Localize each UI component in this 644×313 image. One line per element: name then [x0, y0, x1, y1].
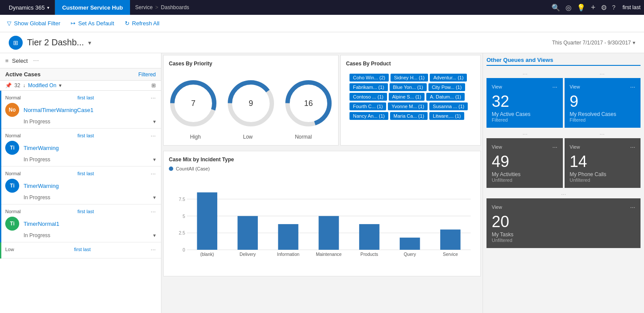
product-tag[interactable]: Fabrikam... (1): [349, 83, 388, 91]
case-name[interactable]: TimerWarning: [24, 145, 59, 151]
dynamics365-nav[interactable]: Dynamics 365 ▾: [3, 0, 55, 15]
queue-view-link[interactable]: View: [492, 84, 502, 89]
case-item[interactable]: Normal first last ··· Ti TimerWarning In…: [0, 167, 161, 204]
bar[interactable]: [278, 224, 298, 250]
dots-2: ···: [599, 70, 605, 77]
case-status: In Progress: [24, 194, 50, 201]
product-tag[interactable]: City Pow... (1): [428, 83, 465, 91]
case-item[interactable]: Low first last ···: [0, 242, 161, 259]
dashboard-title-area: ⊞ Tier 2 Dashb... ▾: [9, 36, 91, 50]
quarter-chevron: ▾: [633, 40, 635, 46]
product-tag[interactable]: Susanna ... (1): [429, 102, 468, 110]
case-item[interactable]: Normal first last ··· Ti TimerWarning In…: [0, 129, 161, 167]
panel-toolbar: ≡ Select ···: [0, 53, 161, 68]
app-name[interactable]: Customer Service Hub: [55, 0, 130, 15]
case-name[interactable]: TimerNormal1: [24, 221, 59, 227]
bar[interactable]: [440, 229, 460, 249]
product-tag[interactable]: Nancy An... (1): [349, 112, 388, 120]
case-more-icon[interactable]: ···: [151, 170, 156, 177]
svg-text:5: 5: [182, 214, 185, 219]
question-icon[interactable]: ?: [612, 4, 616, 11]
quarter-selector[interactable]: This Quarter 7/1/2017 - 9/30/2017 ▾: [552, 40, 635, 46]
case-priority: Normal: [5, 171, 21, 176]
queue-label: My Resolved Cases: [570, 111, 617, 117]
queue-more-icon[interactable]: ···: [630, 143, 635, 150]
product-tag[interactable]: Maria Ca... (1): [390, 112, 428, 120]
queues-title: Other Queues and Views: [486, 57, 641, 66]
avatar: Ti: [5, 179, 19, 193]
favorites-icon[interactable]: ◎: [565, 3, 572, 12]
case-more-icon[interactable]: ···: [151, 208, 156, 215]
case-item[interactable]: Normal first last ··· No NormalTimerWarn…: [0, 91, 161, 129]
queue-card[interactable]: View ··· 20 My Tasks Unfiltered: [486, 198, 641, 248]
queue-grid-row-2: View ··· 49 My Activities Unfiltered Vie…: [486, 138, 641, 188]
product-tag[interactable]: Alpine S... (1): [389, 93, 425, 101]
help-icon[interactable]: 💡: [577, 3, 586, 12]
cases-by-product-chart: Cases By Product Coho Win... (2)Sidney H…: [340, 55, 481, 146]
queue-card[interactable]: View ··· 49 My Activities Unfiltered: [486, 138, 563, 188]
refresh-all-btn[interactable]: ↻ Refresh All: [125, 20, 160, 27]
case-name[interactable]: TimerWarning: [24, 183, 59, 189]
product-tag[interactable]: Fourth C... (1): [349, 102, 386, 110]
show-global-filter-btn[interactable]: ▽ Show Global Filter: [7, 20, 60, 27]
sort-by-label[interactable]: Modified On: [28, 82, 56, 88]
active-cases-header: Active Cases Filtered: [0, 68, 161, 81]
set-as-default-btn[interactable]: ↦ Set As Default: [71, 20, 114, 27]
expand-icon[interactable]: ▾: [153, 194, 156, 201]
user-name[interactable]: first last: [616, 4, 641, 10]
search-icon[interactable]: 🔍: [552, 3, 560, 12]
bar-label: Delivery: [240, 252, 256, 257]
queue-view-link[interactable]: View: [570, 84, 580, 89]
product-tag[interactable]: Blue Yon... (1): [390, 83, 427, 91]
product-tag[interactable]: Litware,... (1): [429, 112, 464, 120]
panel-more-icon[interactable]: ···: [33, 57, 39, 65]
case-more-icon[interactable]: ···: [151, 246, 156, 253]
bar[interactable]: [237, 216, 257, 250]
case-list: Normal first last ··· No NormalTimerWarn…: [0, 91, 161, 313]
bar[interactable]: [197, 192, 217, 250]
product-chart-title: Cases By Product: [346, 61, 475, 67]
case-more-icon[interactable]: ···: [151, 132, 156, 139]
product-tag[interactable]: Adventur... (1): [430, 74, 467, 82]
bar[interactable]: [359, 224, 379, 250]
case-item[interactable]: Normal first last ··· Ti TimerNormal1 In…: [0, 204, 161, 242]
dashboard-dropdown-icon[interactable]: ▾: [88, 39, 91, 46]
view-toggle-icon[interactable]: ⊞: [151, 82, 156, 88]
dashboard-icon: ⊞: [9, 36, 23, 50]
expand-icon[interactable]: ▾: [153, 119, 156, 125]
queue-card[interactable]: View ··· 32 My Active Cases Filtered: [486, 78, 563, 128]
product-tag[interactable]: A. Datum... (1): [426, 93, 465, 101]
queue-card-header: View ···: [492, 204, 635, 211]
bar[interactable]: [400, 238, 420, 250]
nav-service[interactable]: Service: [135, 4, 153, 10]
queue-card[interactable]: View ··· 14 My Phone Calls Unfiltered: [565, 138, 641, 188]
middle-panel: Cases By Priority 7 9 16 High Low: [161, 53, 483, 313]
queue-more-icon[interactable]: ···: [630, 204, 635, 211]
product-tag[interactable]: Coho Win... (2): [349, 74, 389, 82]
sort-chevron: ▾: [59, 82, 62, 88]
bar-label: Service: [443, 252, 458, 257]
expand-icon[interactable]: ▾: [153, 156, 156, 163]
queue-view-link[interactable]: View: [492, 204, 502, 210]
case-name[interactable]: NormalTimerWarningCase1: [24, 107, 93, 113]
product-tag[interactable]: Contoso ... (1): [349, 93, 387, 101]
queue-view-link[interactable]: View: [570, 144, 580, 150]
add-icon[interactable]: +: [591, 3, 596, 12]
queue-more-icon[interactable]: ···: [552, 143, 558, 150]
queue-view-link[interactable]: View: [492, 144, 502, 150]
case-item-header: Low first last ···: [5, 246, 156, 253]
product-tag[interactable]: Sidney H... (1): [391, 74, 428, 82]
queue-sublabel: Filtered: [570, 117, 586, 122]
case-status: In Progress: [24, 119, 50, 125]
case-more-icon[interactable]: ···: [151, 94, 156, 101]
queue-card[interactable]: View ··· 9 My Resolved Cases Filtered: [565, 78, 641, 128]
select-button[interactable]: Select: [12, 58, 28, 64]
product-tag[interactable]: Yvonne M... (1): [388, 102, 428, 110]
bar-label: Products: [360, 252, 378, 257]
expand-icon[interactable]: ▾: [153, 232, 156, 238]
queue-more-icon[interactable]: ···: [630, 83, 635, 90]
settings-icon[interactable]: ⚙: [601, 3, 607, 12]
queue-card-header: View ···: [570, 143, 636, 150]
bar[interactable]: [319, 216, 339, 250]
queue-more-icon[interactable]: ···: [552, 83, 558, 90]
